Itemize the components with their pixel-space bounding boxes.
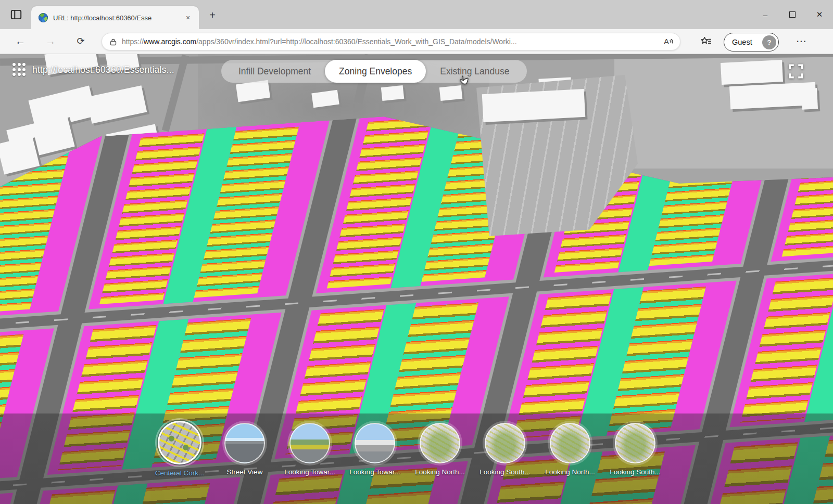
tab-infill-development[interactable]: Infill Development [224,60,325,83]
forward-button: → [43,34,58,49]
carousel-item-label[interactable]: Looking South... [610,468,661,476]
zoning-block [729,265,833,427]
tab-existing-landuse[interactable]: Existing Landuse [426,60,523,83]
carousel-item-label[interactable]: Looking North... [415,468,464,476]
browser-toolbar: ← → ⟳ https://www.arcgis.com/apps/360vr/… [0,29,833,54]
profile-name: Guest [732,38,762,46]
tab-zoning-envelopes[interactable]: Zoning Envelopes [325,60,426,83]
refresh-button[interactable]: ⟳ [73,34,89,49]
carousel-thumbnail[interactable] [485,423,525,463]
profile-button[interactable]: Guest ? [724,33,779,51]
carousel-item-label[interactable]: Centeral Cork... [155,469,205,477]
tab-close-icon[interactable]: × [182,12,194,23]
model-source-url[interactable]: http://localhost:60360/Essentials... [32,64,174,75]
new-tab-button[interactable]: + [205,8,220,23]
browser-titlebar: URL: http://localhost:60360/Esse × + – ✕ [0,0,833,29]
url-text[interactable]: https://www.arcgis.com/apps/360vr/index.… [122,37,662,46]
carousel-thumbnail[interactable] [420,423,460,463]
maximize-icon [789,11,796,18]
mouse-cursor-hand [457,74,471,87]
address-bar[interactable]: https://www.arcgis.com/apps/360vr/index.… [102,33,680,50]
viewpoint-carousel-band: Centeral Cork...Street ViewLooking Towar… [0,413,833,504]
map-viewport[interactable]: Centeral Cork...Street ViewLooking Towar… [0,54,833,504]
svg-text:A: A [664,37,669,46]
tab-workspaces-icon[interactable] [9,8,23,21]
read-aloud-icon[interactable]: A [662,36,675,47]
carousel-thumbnail[interactable] [224,423,265,463]
carousel-item: Centeral Cork... [155,421,205,477]
building-white [86,85,147,123]
lock-icon[interactable] [109,38,117,46]
carousel-thumbnail[interactable] [550,423,590,463]
scenario-tab-bar: Infill Development Zoning Envelopes Exis… [221,60,527,83]
app-menu-waffle-icon[interactable] [12,63,26,76]
url-domain: www.arcgis.com [144,37,196,46]
fullscreen-icon[interactable] [788,63,804,80]
carousel-item: Looking North... [415,421,465,477]
site-favicon-globe-icon [39,13,48,22]
carousel-thumbnail[interactable] [289,423,330,463]
window-controls: – ✕ [752,0,833,29]
carousel-item-label[interactable]: Looking Towar... [284,468,335,476]
tab-title: URL: http://localhost:60360/Esse [53,14,182,22]
minimize-button[interactable]: – [752,0,779,29]
carousel-item: Looking Towar... [350,421,400,477]
carousel-item-label[interactable]: Looking Towar... [349,468,400,476]
url-path: /apps/360vr/index.html?url=http://localh… [196,37,516,46]
browser-tab[interactable]: URL: http://localhost:60360/Esse × [31,6,199,29]
favorites-hub-icon[interactable] [699,35,713,49]
guest-avatar: ? [762,35,776,49]
carousel-item: Looking North... [545,421,595,477]
carousel-thumbnail[interactable] [158,421,201,464]
back-button[interactable]: ← [12,34,28,49]
building-white [482,89,586,122]
building-white [801,88,818,110]
zoning-block [89,120,330,309]
url-scheme: https:// [122,37,144,46]
close-window-button[interactable]: ✕ [806,0,833,29]
viewpoint-carousel: Centeral Cork...Street ViewLooking Towar… [155,421,675,477]
carousel-item-label[interactable]: Looking North... [545,468,595,476]
carousel-item-label[interactable]: Looking South... [479,468,531,476]
carousel-item: Looking South... [610,421,660,477]
carousel-thumbnail[interactable] [615,423,655,463]
carousel-item: Looking South... [480,421,530,477]
carousel-item-label[interactable]: Street View [227,468,263,476]
settings-more-button[interactable]: ⋯ [793,34,809,49]
app-header: http://localhost:60360/Essentials... Inf… [0,54,833,91]
carousel-item: Street View [220,421,270,477]
maximize-button[interactable] [779,0,806,29]
carousel-item: Looking Towar... [285,421,335,477]
carousel-thumbnail[interactable] [355,423,395,463]
